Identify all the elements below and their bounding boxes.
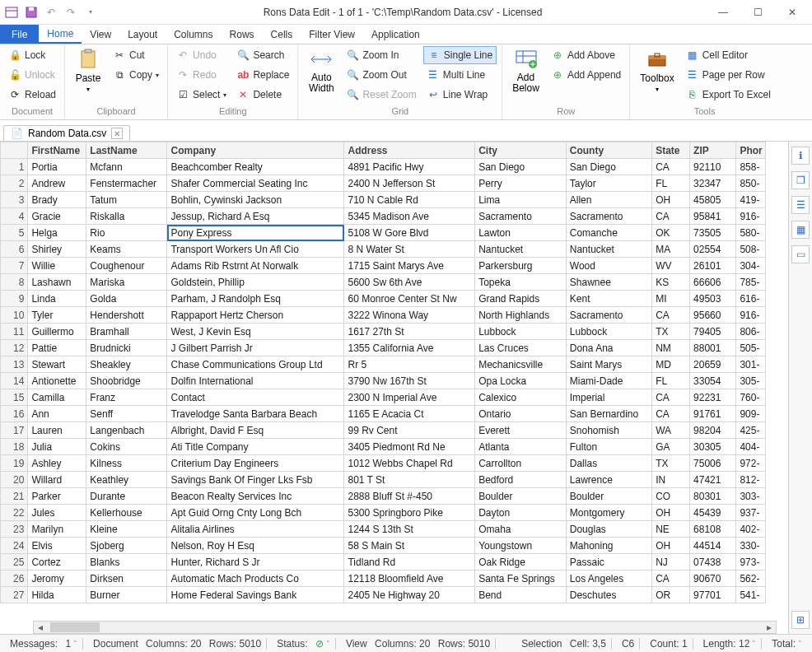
copy-button[interactable]: ⧉Copy ▾ — [110, 66, 162, 84]
cell[interactable]: MI — [652, 291, 690, 307]
column-header[interactable]: State — [652, 142, 690, 159]
redo-icon[interactable]: ↷ — [63, 4, 79, 21]
cell[interactable]: NE — [652, 521, 690, 538]
column-header[interactable]: Phor — [736, 142, 766, 159]
cell[interactable]: Coughenour — [86, 258, 167, 274]
table-row[interactable]: 20WillardKeathleySavings Bank Of Finger … — [1, 472, 766, 488]
cell[interactable]: Hunter, Richard S Jr — [167, 554, 344, 570]
cell[interactable]: Youngstown — [475, 538, 567, 554]
cell[interactable]: Langenbach — [86, 422, 167, 439]
cell[interactable]: Wood — [566, 258, 651, 274]
cell[interactable]: 972- — [736, 455, 766, 472]
table-row[interactable]: 3BradyTatumBohlin, Cywinski Jackson710 N… — [1, 192, 766, 208]
cell[interactable]: 937- — [736, 505, 766, 521]
cell[interactable]: Fulton — [566, 439, 651, 455]
cell[interactable]: San Diego — [566, 159, 651, 175]
row-number[interactable]: 7 — [1, 258, 28, 274]
cell[interactable]: Durante — [86, 488, 167, 505]
cell[interactable]: Kleine — [86, 521, 167, 538]
tab-view[interactable]: View — [82, 25, 119, 44]
cell[interactable]: North Highlands — [475, 307, 567, 324]
cell[interactable]: Helga — [28, 225, 86, 241]
cell[interactable]: Jeromy — [28, 570, 86, 587]
column-header[interactable]: Address — [344, 142, 475, 159]
table-row[interactable]: 24ElvisSjobergNelson, Roy H Esq58 S Main… — [1, 538, 766, 554]
cell[interactable]: Sjoberg — [86, 538, 167, 554]
cell[interactable]: 33054 — [690, 373, 736, 389]
cell[interactable]: Marilyn — [28, 521, 86, 538]
cell[interactable]: 88001 — [690, 340, 736, 356]
close-button[interactable]: ✕ — [776, 2, 809, 22]
cell[interactable]: 760- — [736, 389, 766, 406]
cell[interactable]: Boulder — [475, 488, 567, 505]
cell[interactable]: 3405 Piedmont Rd Ne — [344, 439, 475, 455]
cell[interactable]: Grand Rapids — [475, 291, 567, 307]
cell[interactable]: 3222 Winona Way — [344, 307, 475, 324]
cell[interactable]: Lawrence — [566, 472, 651, 488]
cell[interactable]: 508- — [736, 241, 766, 258]
row-number[interactable]: 11 — [1, 324, 28, 340]
cell[interactable]: Sacramento — [566, 208, 651, 225]
save-icon[interactable] — [23, 4, 40, 21]
cell[interactable]: Hilda — [28, 587, 86, 603]
table-row[interactable]: 26JeromyDirksenAutomatic Mach Products C… — [1, 570, 766, 587]
cell[interactable]: Sheakley — [86, 356, 167, 373]
cell[interactable]: J Gilbert Parrish Jr — [167, 340, 344, 356]
cell[interactable]: Tatum — [86, 192, 167, 208]
cell[interactable]: Dirksen — [86, 570, 167, 587]
cell[interactable]: Linda — [28, 291, 86, 307]
cell[interactable]: KS — [652, 274, 690, 291]
cell[interactable]: 8 N Water St — [344, 241, 475, 258]
cell[interactable]: Brudnicki — [86, 340, 167, 356]
cell[interactable]: MD — [652, 356, 690, 373]
table-row[interactable]: 1PortiaMcfannBeachcomber Realty4891 Paci… — [1, 159, 766, 175]
cell[interactable]: Dolfin International — [167, 373, 344, 389]
row-number[interactable]: 25 — [1, 554, 28, 570]
autowidth-button[interactable]: Auto Width — [303, 46, 339, 95]
table-row[interactable]: 10TylerHendershottRappaport Hertz Cherso… — [1, 307, 766, 324]
row-number[interactable]: 17 — [1, 422, 28, 439]
cell[interactable]: 92110 — [690, 159, 736, 175]
cell[interactable]: 1165 E Acacia Ct — [344, 406, 475, 422]
cell[interactable]: Kent — [566, 291, 651, 307]
cell[interactable]: Beachcomber Realty — [167, 159, 344, 175]
cell[interactable]: 806- — [736, 324, 766, 340]
cell[interactable]: 5108 W Gore Blvd — [344, 225, 475, 241]
addappend-button[interactable]: ⊕Add Append — [548, 66, 624, 84]
cell[interactable]: Senff — [86, 406, 167, 422]
cell[interactable]: Snohomish — [566, 422, 651, 439]
corner-cell[interactable] — [1, 142, 28, 159]
singleline-button[interactable]: ≡Single Line — [423, 46, 497, 64]
cell[interactable]: 916- — [736, 208, 766, 225]
row-number[interactable]: 26 — [1, 570, 28, 587]
cell[interactable]: Shirley — [28, 241, 86, 258]
cell[interactable]: Dallas — [566, 455, 651, 472]
cell[interactable]: CA — [652, 406, 690, 422]
cell[interactable]: Parkersburg — [475, 258, 567, 274]
cell[interactable]: 580- — [736, 225, 766, 241]
cell[interactable]: 330- — [736, 538, 766, 554]
cell[interactable]: Nantucket — [475, 241, 567, 258]
cell[interactable]: Adams Rib Rstrnt At Norwalk — [167, 258, 344, 274]
cell[interactable]: 91761 — [690, 406, 736, 422]
cell[interactable]: 47421 — [690, 472, 736, 488]
cell[interactable]: Comanche — [566, 225, 651, 241]
cell[interactable]: Golda — [86, 291, 167, 307]
cell[interactable]: 710 N Cable Rd — [344, 192, 475, 208]
scroll-thumb[interactable] — [50, 622, 100, 632]
cell[interactable]: 425- — [736, 422, 766, 439]
tab-application[interactable]: Application — [363, 25, 428, 44]
table-row[interactable]: 12PattieBrudnickiJ Gilbert Parrish Jr135… — [1, 340, 766, 356]
column-header[interactable]: ZIP — [690, 142, 736, 159]
cell[interactable]: Las Cruces — [475, 340, 567, 356]
cell[interactable]: Rappaport Hertz Cherson — [167, 307, 344, 324]
table-row[interactable]: 17LaurenLangenbachAlbright, David F Esq9… — [1, 422, 766, 439]
cell[interactable]: MA — [652, 241, 690, 258]
row-number[interactable]: 15 — [1, 389, 28, 406]
cell[interactable]: 303- — [736, 488, 766, 505]
file-menu[interactable]: File — [0, 25, 39, 44]
cell[interactable]: Lawton — [475, 225, 567, 241]
cell[interactable]: Criterium Day Engineers — [167, 455, 344, 472]
cell[interactable]: 66606 — [690, 274, 736, 291]
row-number[interactable]: 13 — [1, 356, 28, 373]
